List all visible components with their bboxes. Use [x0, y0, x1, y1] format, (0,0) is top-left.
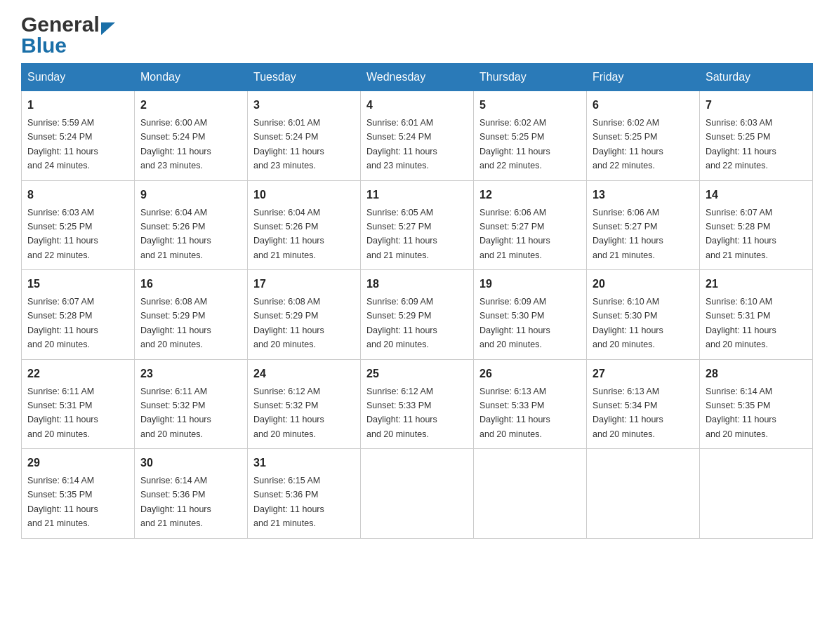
day-number: 21 — [706, 276, 807, 293]
col-header-wednesday: Wednesday — [361, 64, 474, 91]
day-info: Sunrise: 6:06 AMSunset: 5:27 PMDaylight:… — [593, 208, 663, 260]
day-number: 3 — [253, 97, 355, 114]
day-number: 11 — [366, 187, 468, 203]
calendar-cell: 15 Sunrise: 6:07 AMSunset: 5:28 PMDaylig… — [22, 270, 135, 360]
calendar-cell: 21 Sunrise: 6:10 AMSunset: 5:31 PMDaylig… — [700, 270, 813, 360]
day-number: 20 — [593, 276, 694, 293]
calendar-cell: 25 Sunrise: 6:12 AMSunset: 5:33 PMDaylig… — [361, 359, 474, 449]
day-number: 14 — [706, 187, 807, 203]
calendar-week-row: 22 Sunrise: 6:11 AMSunset: 5:31 PMDaylig… — [22, 359, 813, 449]
day-info: Sunrise: 6:13 AMSunset: 5:34 PMDaylight:… — [593, 387, 663, 439]
day-info: Sunrise: 6:00 AMSunset: 5:24 PMDaylight:… — [140, 118, 211, 170]
day-info: Sunrise: 6:07 AMSunset: 5:28 PMDaylight:… — [27, 297, 98, 349]
day-info: Sunrise: 6:11 AMSunset: 5:31 PMDaylight:… — [27, 387, 98, 439]
calendar-cell: 20 Sunrise: 6:10 AMSunset: 5:30 PMDaylig… — [587, 270, 700, 360]
svg-marker-0 — [101, 22, 115, 35]
day-number: 7 — [706, 97, 807, 114]
day-info: Sunrise: 6:11 AMSunset: 5:32 PMDaylight:… — [140, 387, 211, 439]
day-info: Sunrise: 6:02 AMSunset: 5:25 PMDaylight:… — [479, 118, 550, 170]
day-number: 10 — [253, 187, 355, 203]
day-info: Sunrise: 6:09 AMSunset: 5:30 PMDaylight:… — [479, 297, 550, 349]
day-info: Sunrise: 6:01 AMSunset: 5:24 PMDaylight:… — [253, 118, 324, 170]
day-info: Sunrise: 6:04 AMSunset: 5:26 PMDaylight:… — [140, 208, 211, 260]
calendar-week-row: 8 Sunrise: 6:03 AMSunset: 5:25 PMDayligh… — [22, 180, 813, 270]
calendar-week-row: 29 Sunrise: 6:14 AMSunset: 5:35 PMDaylig… — [22, 449, 813, 539]
day-info: Sunrise: 6:09 AMSunset: 5:29 PMDaylight:… — [366, 297, 437, 349]
day-number: 12 — [479, 187, 581, 203]
day-number: 17 — [253, 276, 355, 293]
day-number: 19 — [479, 276, 581, 293]
day-info: Sunrise: 6:07 AMSunset: 5:28 PMDaylight:… — [706, 208, 776, 260]
calendar-cell: 6 Sunrise: 6:02 AMSunset: 5:25 PMDayligh… — [587, 91, 700, 181]
day-number: 15 — [27, 276, 128, 293]
calendar-cell: 23 Sunrise: 6:11 AMSunset: 5:32 PMDaylig… — [135, 359, 248, 449]
calendar-cell: 16 Sunrise: 6:08 AMSunset: 5:29 PMDaylig… — [135, 270, 248, 360]
calendar-cell — [361, 449, 474, 539]
day-number: 5 — [479, 97, 581, 114]
day-number: 26 — [479, 365, 581, 382]
calendar-cell: 3 Sunrise: 6:01 AMSunset: 5:24 PMDayligh… — [248, 91, 361, 181]
calendar-cell: 12 Sunrise: 6:06 AMSunset: 5:27 PMDaylig… — [474, 180, 587, 270]
day-number: 25 — [366, 365, 468, 382]
calendar-cell: 8 Sunrise: 6:03 AMSunset: 5:25 PMDayligh… — [22, 180, 135, 270]
page-header: General Blue — [21, 14, 813, 56]
day-number: 28 — [706, 365, 807, 382]
calendar-cell: 29 Sunrise: 6:14 AMSunset: 5:35 PMDaylig… — [22, 449, 135, 539]
calendar-cell: 11 Sunrise: 6:05 AMSunset: 5:27 PMDaylig… — [361, 180, 474, 270]
day-number: 29 — [27, 455, 128, 471]
day-info: Sunrise: 6:06 AMSunset: 5:27 PMDaylight:… — [479, 208, 550, 260]
calendar-cell: 9 Sunrise: 6:04 AMSunset: 5:26 PMDayligh… — [135, 180, 248, 270]
day-info: Sunrise: 6:13 AMSunset: 5:33 PMDaylight:… — [479, 387, 550, 439]
day-info: Sunrise: 6:14 AMSunset: 5:36 PMDaylight:… — [140, 476, 211, 528]
calendar-cell: 17 Sunrise: 6:08 AMSunset: 5:29 PMDaylig… — [248, 270, 361, 360]
calendar-cell — [474, 449, 587, 539]
col-header-friday: Friday — [587, 64, 700, 91]
calendar-cell: 19 Sunrise: 6:09 AMSunset: 5:30 PMDaylig… — [474, 270, 587, 360]
calendar-cell: 28 Sunrise: 6:14 AMSunset: 5:35 PMDaylig… — [700, 359, 813, 449]
day-number: 31 — [253, 455, 355, 471]
day-info: Sunrise: 5:59 AMSunset: 5:24 PMDaylight:… — [27, 118, 98, 170]
calendar-cell: 30 Sunrise: 6:14 AMSunset: 5:36 PMDaylig… — [135, 449, 248, 539]
calendar-cell: 31 Sunrise: 6:15 AMSunset: 5:36 PMDaylig… — [248, 449, 361, 539]
col-header-saturday: Saturday — [700, 64, 813, 91]
col-header-sunday: Sunday — [22, 64, 135, 91]
calendar-cell: 2 Sunrise: 6:00 AMSunset: 5:24 PMDayligh… — [135, 91, 248, 181]
day-number: 13 — [593, 187, 694, 203]
day-info: Sunrise: 6:04 AMSunset: 5:26 PMDaylight:… — [253, 208, 324, 260]
day-info: Sunrise: 6:10 AMSunset: 5:30 PMDaylight:… — [593, 297, 663, 349]
col-header-thursday: Thursday — [474, 64, 587, 91]
calendar-week-row: 1 Sunrise: 5:59 AMSunset: 5:24 PMDayligh… — [22, 91, 813, 181]
calendar-cell: 26 Sunrise: 6:13 AMSunset: 5:33 PMDaylig… — [474, 359, 587, 449]
calendar-cell: 13 Sunrise: 6:06 AMSunset: 5:27 PMDaylig… — [587, 180, 700, 270]
calendar-cell: 24 Sunrise: 6:12 AMSunset: 5:32 PMDaylig… — [248, 359, 361, 449]
day-number: 9 — [140, 187, 241, 203]
calendar-header-row: SundayMondayTuesdayWednesdayThursdayFrid… — [22, 64, 813, 91]
day-info: Sunrise: 6:10 AMSunset: 5:31 PMDaylight:… — [706, 297, 776, 349]
calendar-cell: 10 Sunrise: 6:04 AMSunset: 5:26 PMDaylig… — [248, 180, 361, 270]
day-number: 4 — [366, 97, 468, 114]
day-number: 18 — [366, 276, 468, 293]
calendar-cell: 18 Sunrise: 6:09 AMSunset: 5:29 PMDaylig… — [361, 270, 474, 360]
day-info: Sunrise: 6:03 AMSunset: 5:25 PMDaylight:… — [706, 118, 776, 170]
logo-area: General Blue — [21, 14, 115, 56]
day-number: 2 — [140, 97, 241, 114]
day-info: Sunrise: 6:01 AMSunset: 5:24 PMDaylight:… — [366, 118, 437, 170]
calendar-cell: 1 Sunrise: 5:59 AMSunset: 5:24 PMDayligh… — [22, 91, 135, 181]
day-number: 24 — [253, 365, 355, 382]
logo-arrow-icon — [101, 22, 115, 35]
calendar-cell: 22 Sunrise: 6:11 AMSunset: 5:31 PMDaylig… — [22, 359, 135, 449]
logo-blue-text: Blue — [21, 35, 67, 56]
calendar-table: SundayMondayTuesdayWednesdayThursdayFrid… — [21, 63, 813, 539]
calendar-week-row: 15 Sunrise: 6:07 AMSunset: 5:28 PMDaylig… — [22, 270, 813, 360]
day-number: 6 — [593, 97, 694, 114]
day-number: 22 — [27, 365, 128, 382]
day-info: Sunrise: 6:12 AMSunset: 5:32 PMDaylight:… — [253, 387, 324, 439]
calendar-cell: 14 Sunrise: 6:07 AMSunset: 5:28 PMDaylig… — [700, 180, 813, 270]
calendar-cell: 27 Sunrise: 6:13 AMSunset: 5:34 PMDaylig… — [587, 359, 700, 449]
day-info: Sunrise: 6:02 AMSunset: 5:25 PMDaylight:… — [593, 118, 663, 170]
day-number: 16 — [140, 276, 241, 293]
calendar-cell — [700, 449, 813, 539]
day-info: Sunrise: 6:05 AMSunset: 5:27 PMDaylight:… — [366, 208, 437, 260]
logo-general-text: General — [21, 14, 100, 35]
day-number: 1 — [27, 97, 128, 114]
